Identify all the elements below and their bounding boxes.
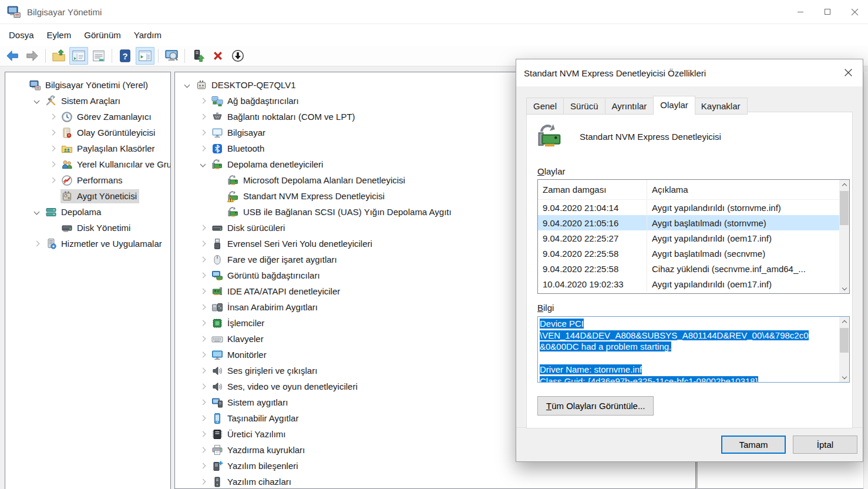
tab-genel[interactable]: Genel [526, 98, 564, 115]
expander-closed-icon[interactable] [28, 242, 45, 246]
expander-closed-icon[interactable] [194, 432, 211, 436]
ok-button[interactable]: Tamam [721, 436, 786, 454]
info-textbox[interactable]: Device PCI\VEN_144D&DEV_A808&SUBSYS_A801… [537, 316, 850, 383]
disable-device-icon [231, 49, 245, 63]
tree-item-label: Monitörler [227, 350, 267, 360]
expander-closed-icon[interactable] [194, 242, 211, 246]
tree-item-yerel-kullan-c-lar-ve-gruplar[interactable]: Yerel Kullanıcılar ve Gruplar [5, 156, 170, 172]
help-button[interactable] [116, 47, 134, 65]
dialog-title: Standart NVM Express Denetleyicisi Özell… [524, 68, 706, 78]
expander-closed-icon[interactable] [44, 115, 60, 119]
expander-closed-icon[interactable] [194, 337, 211, 341]
menu-item-yard-m[interactable]: Yardım [127, 25, 168, 45]
keyboard-icon [211, 333, 223, 345]
expander-closed-icon[interactable] [194, 115, 211, 119]
window-title: Bilgisayar Yönetimi [27, 7, 102, 17]
info-scrollbar[interactable] [839, 317, 849, 382]
event-description: Aygıt yapılandırıldı (oem17.inf) [647, 230, 839, 246]
menu-item-g-r-n-m[interactable]: Görünüm [78, 25, 127, 45]
tree-item-depolama[interactable]: Depolama [5, 204, 170, 220]
expander-closed-icon[interactable] [194, 480, 211, 484]
expander-open-icon[interactable] [194, 162, 211, 166]
expander-closed-icon[interactable] [194, 369, 211, 373]
expander-closed-icon[interactable] [194, 448, 211, 452]
event-row[interactable]: 9.04.2020 22:25:58Cihaz yüklendi (secnvm… [538, 261, 839, 276]
expander-closed-icon[interactable] [194, 146, 211, 150]
expander-open-icon[interactable] [28, 99, 45, 103]
cancel-button[interactable]: İptal [793, 436, 857, 454]
menu-item-dosya[interactable]: Dosya [2, 25, 41, 45]
tree-item-bilgisayar-y-netimi-yerel[interactable]: Bilgisayar Yönetimi (Yerel) [5, 77, 170, 93]
expander-closed-icon[interactable] [194, 305, 211, 309]
expander-closed-icon[interactable] [194, 226, 211, 230]
disable-device-button[interactable] [228, 47, 247, 65]
tree-item-g-rev-zamanlay-c[interactable]: Görev Zamanlayıcı [5, 109, 170, 125]
scroll-down-icon[interactable] [839, 373, 849, 382]
tab-ayr-nt-lar[interactable]: Ayrıntılar [605, 98, 654, 115]
maximize-button[interactable] [814, 0, 841, 24]
folder-up-button[interactable] [49, 47, 68, 65]
column-header-description[interactable]: Açıklama [647, 180, 849, 199]
scrollbar-thumb[interactable] [840, 191, 849, 225]
tree-item-label: Klavyeler [227, 334, 264, 344]
console-tree-button[interactable] [69, 47, 88, 65]
properties-button[interactable] [89, 47, 108, 65]
tab-kaynaklar[interactable]: Kaynaklar [695, 98, 748, 115]
back-button[interactable] [3, 47, 22, 65]
column-header-timestamp[interactable]: Zaman damgası [538, 180, 647, 199]
tree-item-yaz-l-m-cihazlar[interactable]: Yazılım cihazları [175, 474, 868, 489]
expander-closed-icon[interactable] [44, 178, 60, 182]
expander-closed-icon[interactable] [44, 146, 60, 150]
tree-item-performans[interactable]: Performans [5, 172, 170, 188]
expander-closed-icon[interactable] [44, 162, 60, 166]
event-row[interactable]: 10.04.2020 19:02:33Aygıt yapılandırıldı … [538, 276, 839, 292]
expander-closed-icon[interactable] [194, 289, 211, 293]
expander-closed-icon[interactable] [44, 130, 60, 135]
expander-closed-icon[interactable] [194, 321, 211, 325]
tab-olaylar[interactable]: Olaylar [653, 96, 695, 115]
event-row[interactable]: 9.04.2020 22:25:58Aygıt başlatılmadı (se… [538, 246, 839, 261]
expander-open-icon[interactable] [179, 83, 195, 87]
expander-closed-icon[interactable] [194, 257, 211, 262]
events-table-scrollbar[interactable] [839, 180, 849, 293]
tree-item-sistem-ara-lar[interactable]: Sistem Araçları [5, 93, 170, 109]
forward-button[interactable] [23, 47, 42, 65]
view-all-events-button[interactable]: Tüm Olayları Görüntüle... [537, 396, 654, 416]
tree-item-hizmetler-ve-uygulamalar[interactable]: Hizmetler ve Uygulamalar [5, 236, 170, 252]
expander-closed-icon[interactable] [194, 400, 211, 404]
expander-closed-icon[interactable] [194, 416, 211, 420]
tree-item-payla-lan-klas-rler[interactable]: Paylaşılan Klasörler [5, 140, 170, 156]
panel-scrollbar-sliver[interactable] [863, 72, 868, 489]
update-driver-button[interactable] [189, 47, 207, 65]
event-description: Aygıt yapılandırıldı (oem17.inf) [647, 276, 839, 292]
expander-closed-icon[interactable] [194, 273, 211, 277]
tab-s-r-c[interactable]: Sürücü [564, 98, 605, 115]
menu-item-eylem[interactable]: Eylem [41, 25, 78, 45]
expander-closed-icon[interactable] [194, 384, 211, 388]
expander-closed-icon[interactable] [194, 130, 211, 135]
expander-closed-icon[interactable] [194, 99, 211, 103]
tree-item-disk-y-netimi[interactable]: Disk Yönetimi [5, 220, 170, 236]
scroll-down-icon[interactable] [839, 284, 849, 293]
event-row[interactable]: 9.04.2020 21:05:16Aygıt başlatılmadı (st… [538, 215, 839, 230]
uninstall-device-button[interactable] [208, 47, 227, 65]
dialog-close-button[interactable] [839, 66, 857, 81]
tree-item-ayg-t-y-neticisi[interactable]: Aygıt Yöneticisi [5, 188, 170, 204]
window-titlebar: Bilgisayar Yönetimi [0, 0, 868, 24]
action-pane-button[interactable] [136, 47, 154, 65]
scrollbar-thumb[interactable] [840, 328, 849, 353]
tree-item-olay-g-r-nt-leyicisi[interactable]: Olay Görüntüleyicisi [5, 125, 170, 140]
expander-open-icon[interactable] [28, 210, 45, 214]
scroll-up-icon[interactable] [839, 317, 849, 326]
console-tree-icon [72, 49, 86, 63]
minimize-button[interactable] [787, 0, 814, 24]
event-row[interactable]: 9.04.2020 22:25:27Aygıt yapılandırıldı (… [538, 230, 839, 246]
help-icon [118, 49, 132, 63]
scroll-up-icon[interactable] [839, 180, 849, 189]
expander-closed-icon[interactable] [194, 464, 211, 468]
event-row[interactable]: 9.04.2020 21:04:14Aygıt yapılandırıldı (… [538, 200, 839, 215]
close-button[interactable] [841, 0, 868, 24]
remote-computer-button[interactable] [162, 47, 181, 65]
event-description: Aygıt başlatılmadı (secnvme) [647, 246, 839, 261]
expander-closed-icon[interactable] [194, 353, 211, 357]
